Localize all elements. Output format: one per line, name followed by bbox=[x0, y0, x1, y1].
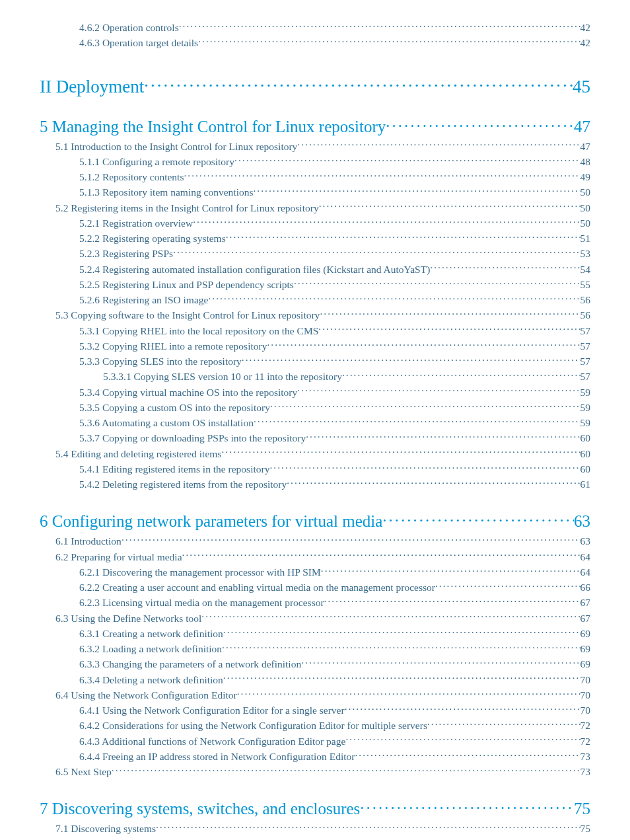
toc-entry[interactable]: 5.3.3.1 Copying SLES version 10 or 11 in… bbox=[40, 369, 590, 384]
toc-entry-page: 69 bbox=[580, 641, 591, 656]
toc-entry-page: 70 bbox=[580, 703, 591, 718]
toc-entry-page: 73 bbox=[580, 749, 591, 764]
toc-entry[interactable]: 5.3 Copying software to the Insight Cont… bbox=[40, 307, 590, 323]
toc-entry[interactable]: 6.4.2 Considerations for using the Netwo… bbox=[40, 718, 590, 733]
toc-entry-page: 57 bbox=[580, 338, 591, 354]
toc-entry-page: 63 bbox=[580, 533, 591, 549]
toc-entry[interactable]: 6.3.1 Creating a network definition69 bbox=[40, 626, 590, 641]
toc-leader-dots bbox=[301, 658, 580, 668]
toc-entry[interactable]: 5.2 Registering items in the Insight Con… bbox=[40, 200, 590, 215]
toc-leader-dots bbox=[277, 837, 580, 840]
toc-entry-page: 51 bbox=[580, 231, 591, 246]
toc-entry-page: 57 bbox=[580, 354, 591, 369]
toc-entry[interactable]: 4.6.2 Operation controls 42 bbox=[40, 20, 590, 35]
toc-entry-label: 4.6.2 Operation controls bbox=[79, 20, 179, 35]
toc-chapter-page: 63 bbox=[574, 512, 590, 531]
toc-entry[interactable]: 5.2.2 Registering operating systems51 bbox=[40, 231, 590, 246]
toc-entry[interactable]: 5.2.3 Registering PSPs53 bbox=[40, 246, 590, 261]
toc-entry[interactable]: 5.3.1 Copying RHEL into the local reposi… bbox=[40, 323, 590, 338]
toc-entry[interactable]: 5.3.6 Automating a custom OS installatio… bbox=[40, 415, 590, 430]
toc-entry-page: 64 bbox=[580, 549, 591, 564]
toc-entry-page: 42 bbox=[580, 35, 591, 50]
toc-entry[interactable]: 5.3.7 Copying or downloading PSPs into t… bbox=[40, 430, 590, 445]
toc-chapter-heading[interactable]: 7 Discovering systems, switches, and enc… bbox=[40, 798, 590, 818]
toc-chapter-label: 7 Discovering systems, switches, and enc… bbox=[40, 800, 360, 818]
toc-entry-label: 5.2 Registering items in the Insight Con… bbox=[55, 200, 319, 215]
toc-entry[interactable]: 5.3.3 Copying SLES into the repository57 bbox=[40, 354, 590, 369]
toc-entry-page: 53 bbox=[580, 246, 591, 261]
toc-leader-dots bbox=[201, 611, 580, 622]
toc-entry-label: 5.2.6 Registering an ISO image bbox=[79, 292, 208, 307]
toc-entry[interactable]: 7.1.1 Discovering bare-metal servers usi… bbox=[40, 837, 590, 841]
toc-entry[interactable]: 6.3.2 Loading a network definition69 bbox=[40, 641, 590, 656]
toc-leader-dots bbox=[287, 478, 580, 488]
toc-leader-dots bbox=[435, 581, 580, 592]
toc-entry-page: 49 bbox=[580, 169, 591, 184]
toc-entry[interactable]: 6.3.4 Deleting a network definition70 bbox=[40, 672, 590, 687]
toc-leader-dots bbox=[221, 447, 580, 457]
toc-entry[interactable]: 5.1 Introduction to the Insight Control … bbox=[40, 139, 590, 154]
toc-entry-page: 69 bbox=[580, 626, 591, 641]
toc-leader-dots bbox=[193, 216, 580, 227]
toc-chapter-heading[interactable]: 6 Configuring network parameters for vir… bbox=[40, 510, 590, 531]
toc-entry[interactable]: 6.2.2 Creating a user account and enabli… bbox=[40, 580, 590, 595]
toc-leader-dots bbox=[270, 401, 580, 411]
toc-entry[interactable]: 5.3.5 Copying a custom OS into the repos… bbox=[40, 400, 590, 415]
toc-entry[interactable]: 6.4 Using the Network Configuration Edit… bbox=[40, 687, 590, 703]
toc-entry[interactable]: 6.2.1 Discovering the management process… bbox=[40, 564, 590, 580]
toc-entry-page: 50 bbox=[580, 215, 591, 231]
toc-entry[interactable]: 6.3 Using the Define Networks tool67 bbox=[40, 611, 590, 626]
toc-leader-dots bbox=[297, 385, 580, 396]
toc-entry[interactable]: 5.4.1 Editing registered items in the re… bbox=[40, 461, 590, 477]
toc-entry-label: 5.4.2 Deleting registered items from the… bbox=[79, 477, 287, 492]
toc-entry-page: 60 bbox=[580, 461, 591, 477]
toc-entry[interactable]: 5.4 Editing and deleting registered item… bbox=[40, 446, 590, 461]
toc-entry[interactable]: 5.1.2 Repository contents49 bbox=[40, 169, 590, 184]
toc-entry-label: 6.3.1 Creating a network definition bbox=[79, 626, 223, 641]
toc-entry[interactable]: 6.5 Next Step73 bbox=[40, 764, 590, 779]
toc-leader-dots bbox=[382, 510, 574, 527]
toc-entry[interactable]: 6.3.3 Changing the parameters of a netwo… bbox=[40, 656, 590, 671]
toc-chapter-label: 5 Managing the Insight Control for Linux… bbox=[40, 118, 386, 136]
toc-chapter-heading[interactable]: 5 Managing the Insight Control for Linux… bbox=[40, 116, 590, 136]
toc-entry[interactable]: 6.4.3 Additional functions of Network Co… bbox=[40, 734, 590, 749]
toc-entry[interactable]: 7.1 Discovering systems75 bbox=[40, 821, 590, 836]
toc-entry[interactable]: 4.6.3 Operation target details 42 bbox=[40, 35, 590, 50]
toc-leader-dots bbox=[321, 565, 580, 576]
toc-entry[interactable]: 5.4.2 Deleting registered items from the… bbox=[40, 477, 590, 492]
toc-entry-label: 5.3.2 Copying RHEL into a remote reposit… bbox=[79, 338, 267, 354]
toc-chapter-page: 75 bbox=[574, 800, 590, 818]
toc-entry[interactable]: 5.3.2 Copying RHEL into a remote reposit… bbox=[40, 338, 590, 354]
toc-entry[interactable]: 6.2.3 Licensing virtual media on the man… bbox=[40, 595, 590, 610]
toc-entry[interactable]: 6.2 Preparing for virtual media64 bbox=[40, 549, 590, 564]
toc-entry-page: 75 bbox=[580, 821, 591, 836]
toc-entry[interactable]: 6.4.1 Using the Network Configuration Ed… bbox=[40, 703, 590, 718]
toc-entry-page: 73 bbox=[580, 764, 591, 779]
toc-leader-dots bbox=[318, 324, 580, 334]
toc-leader-dots bbox=[223, 627, 580, 637]
toc-leader-dots bbox=[173, 247, 580, 258]
toc-entry[interactable]: 5.1.3 Repository item naming conventions… bbox=[40, 184, 590, 200]
toc-entry[interactable]: 6.4.4 Freeing an IP address stored in Ne… bbox=[40, 749, 590, 764]
toc-entry[interactable]: 5.2.4 Registering automated installation… bbox=[40, 262, 590, 277]
toc-chapter-label: 6 Configuring network parameters for vir… bbox=[40, 512, 382, 531]
toc-entry-label: 6.3.3 Changing the parameters of a netwo… bbox=[79, 656, 301, 671]
toc-entry[interactable]: 5.2.1 Registration overview50 bbox=[40, 215, 590, 231]
toc-entry[interactable]: 5.2.5 Registering Linux and PSP dependen… bbox=[40, 277, 590, 292]
toc-entry-page: 61 bbox=[580, 477, 591, 492]
toc-entry-label: 6.2.2 Creating a user account and enabli… bbox=[79, 580, 435, 595]
toc-part-heading[interactable]: II Deployment 45 bbox=[40, 75, 590, 97]
toc-entry-page: 59 bbox=[580, 400, 591, 415]
toc-leader-dots bbox=[345, 734, 580, 745]
toc-entry-page: 57 bbox=[580, 369, 591, 384]
toc-entry[interactable]: 5.3.4 Copying virtual machine OS into th… bbox=[40, 385, 590, 400]
toc-entry[interactable]: 5.2.6 Registering an ISO image56 bbox=[40, 292, 590, 307]
toc-leader-dots bbox=[179, 21, 580, 32]
toc-entry-page: 55 bbox=[580, 277, 591, 292]
toc-entry-label: 5.3.6 Automating a custom OS installatio… bbox=[79, 415, 254, 430]
toc-leader-dots bbox=[319, 201, 580, 211]
toc-leader-dots bbox=[226, 232, 580, 243]
toc-entry[interactable]: 5.1.1 Configuring a remote repository48 bbox=[40, 154, 590, 169]
toc-entry-label: 7.1 Discovering systems bbox=[55, 821, 156, 836]
toc-entry[interactable]: 6.1 Introduction63 bbox=[40, 533, 590, 549]
